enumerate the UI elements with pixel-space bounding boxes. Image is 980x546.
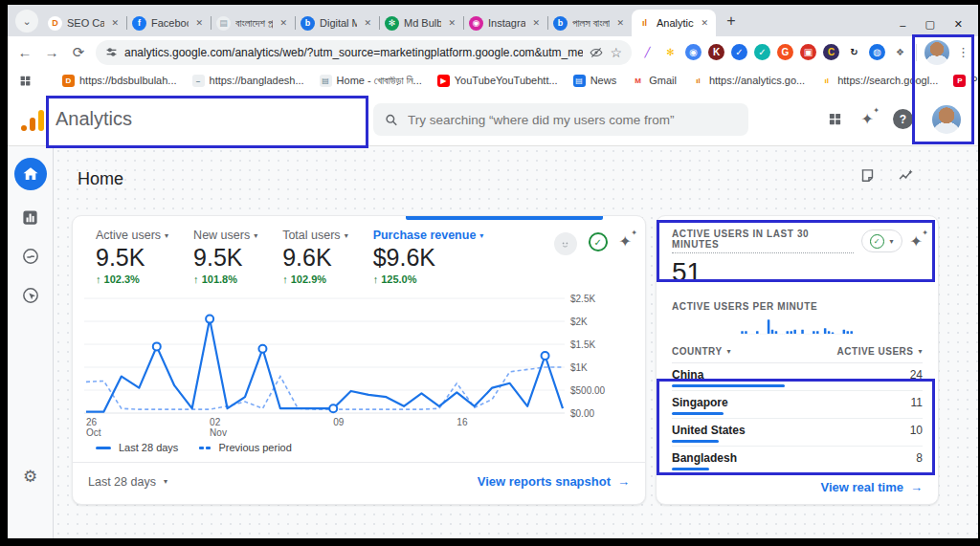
card-ai-sparkle-icon[interactable]: ✦✦ — [619, 232, 632, 251]
data-quality-check-icon[interactable]: ✓ — [589, 232, 608, 251]
eye-off-icon[interactable] — [590, 46, 603, 59]
metric-tab-new-users[interactable]: New users▾9.5K↑ 101.8% — [193, 229, 257, 285]
browser-tab[interactable]: DSEO Case St✕ — [42, 10, 126, 36]
bookmark-item[interactable]: –https://bangladesh... — [192, 75, 304, 87]
bookmark-item[interactable]: ılhttps://analytics.go... — [692, 75, 805, 87]
gear-icon: ⚙ — [23, 467, 37, 487]
country-row[interactable]: China24 — [672, 363, 923, 391]
red-extension-icon[interactable]: ▣ — [800, 44, 816, 60]
country-row[interactable]: Singapore11 — [672, 391, 923, 419]
benchmarking-face-icon[interactable] — [554, 232, 577, 255]
bookmark-label: Home - খোবাউড়া নি... — [337, 75, 422, 87]
browser-tab[interactable]: ▤বাংলাদেশ প্র✕ — [211, 10, 295, 36]
browser-tab[interactable]: ◉Instagram✕ — [463, 10, 547, 36]
blue-dot-extension-icon[interactable]: ◉ — [685, 44, 702, 60]
url-text[interactable]: analytics.google.com/analytics/web/?utm_… — [124, 46, 583, 59]
country-users-value: 8 — [916, 451, 923, 465]
ga-home-content: Home Active users▾9.5K↑ 102.3%New users▾… — [54, 146, 978, 538]
ga-apps-grid-icon[interactable] — [828, 112, 842, 126]
tab-close-icon[interactable]: ✕ — [109, 16, 121, 30]
browser-tabs: DSEO Case St✕fFacebook✕▤বাংলাদেশ প্র✕bDi… — [42, 5, 716, 36]
loop-extension-icon[interactable]: ↻ — [846, 44, 862, 60]
puzzle-extension-icon[interactable]: ❖ — [892, 44, 908, 60]
sidebar-item-advertising[interactable] — [18, 283, 43, 308]
apps-grid-icon[interactable] — [19, 75, 32, 87]
minimize-button[interactable]: – — [900, 19, 905, 31]
c-extension-icon[interactable]: C — [823, 44, 839, 60]
close-button[interactable]: ✕ — [954, 18, 963, 31]
tab-close-icon[interactable]: ✕ — [614, 16, 626, 30]
view-real-time-link[interactable]: View real time→ — [821, 480, 923, 494]
bookmark-star-icon[interactable]: ☆ — [610, 45, 622, 60]
browser-tab-strip: ⌄ DSEO Case St✕fFacebook✕▤বাংলাদেশ প্র✕b… — [8, 5, 978, 36]
ga-search-input[interactable] — [408, 113, 737, 127]
realtime-ai-sparkle-icon[interactable]: ✦✦ — [910, 232, 923, 251]
tab-close-icon[interactable]: ✕ — [699, 16, 710, 30]
country-column-header[interactable]: COUNTRY▾ — [672, 346, 731, 357]
ga-search-bar[interactable] — [373, 103, 748, 136]
metric-label: New users▾ — [193, 229, 257, 242]
browser-tab[interactable]: bDigital Mark✕ — [295, 10, 379, 36]
tab-search-chevron-icon[interactable]: ⌄ — [15, 10, 38, 33]
country-row[interactable]: Bangladesh8 — [672, 447, 923, 474]
metric-tab-total-users[interactable]: Total users▾9.6K↑ 102.9% — [282, 229, 347, 285]
metric-label: Purchase revenue▾ — [373, 229, 484, 242]
country-row[interactable]: United States10 — [672, 419, 923, 447]
ai-sparkle-icon[interactable]: ✦✦ — [861, 110, 874, 128]
tab-close-icon[interactable]: ✕ — [446, 16, 457, 30]
bookmark-favicon-icon: D — [62, 75, 75, 87]
browser-tab[interactable]: bপালস বাংলা✕ — [547, 10, 632, 36]
notes-icon[interactable] — [859, 167, 876, 187]
svg-text:$1K: $1K — [570, 362, 588, 373]
help-icon[interactable]: ? — [893, 109, 913, 129]
browser-menu-icon[interactable]: ⋮ — [957, 45, 970, 59]
browser-tab[interactable]: fFacebook✕ — [126, 10, 211, 36]
metric-tab-purchase-revenue[interactable]: Purchase revenue▾$9.6K↑ 125.0% — [373, 229, 484, 285]
metric-tab-active-users[interactable]: Active users▾9.5K↑ 102.3% — [96, 229, 168, 285]
browser-tab[interactable]: ✻Md Bulbul |✕ — [379, 10, 463, 36]
sidebar-item-admin[interactable]: ⚙ — [18, 464, 43, 489]
browser-profile-avatar[interactable] — [924, 40, 949, 65]
globe-extension-icon[interactable]: ◍ — [869, 44, 885, 60]
sidebar-item-home[interactable] — [14, 158, 47, 190]
bookmark-item[interactable]: ▤Home - খোবাউড়া নি... — [320, 75, 422, 87]
pen-extension-icon[interactable]: ╱ — [639, 44, 656, 60]
back-button[interactable]: ← — [15, 44, 34, 60]
view-reports-snapshot-link[interactable]: View reports snapshot→ — [478, 474, 630, 489]
date-range-selector[interactable]: Last 28 days▾ — [88, 475, 167, 489]
active-users-column-header[interactable]: ACTIVE USERS▾ — [837, 346, 923, 357]
bookmark-item[interactable]: PPinterest — [953, 75, 978, 87]
realtime-status-pill[interactable]: ✓ ▾ — [861, 229, 902, 252]
tab-close-icon[interactable]: ✕ — [362, 16, 373, 30]
address-bar[interactable]: analytics.google.com/analytics/web/?utm_… — [96, 40, 632, 65]
tab-close-icon[interactable]: ✕ — [530, 16, 542, 30]
metric-value: $9.6K — [373, 244, 484, 272]
flower-extension-icon[interactable]: ✻ — [662, 44, 679, 60]
bookmark-item[interactable]: ılhttps://search.googl... — [820, 75, 938, 87]
arrow-right-icon: → — [910, 480, 923, 494]
blue-check-extension-icon[interactable]: ✓ — [731, 44, 747, 60]
tab-close-icon[interactable]: ✕ — [193, 16, 205, 30]
g-extension-icon[interactable]: G — [777, 44, 793, 60]
forward-button[interactable]: → — [42, 44, 61, 60]
bookmark-item[interactable]: Dhttps://bdsbulbulah... — [62, 75, 177, 87]
k-extension-icon[interactable]: K — [708, 44, 724, 60]
tab-close-icon[interactable]: ✕ — [278, 16, 289, 30]
sidebar-item-reports[interactable] — [18, 205, 43, 229]
blogger-favicon-icon: b — [301, 16, 315, 31]
site-info-icon[interactable] — [105, 46, 118, 58]
maximize-button[interactable]: ▢ — [924, 18, 934, 31]
browser-tab[interactable]: ılAnalytics | H✕ — [632, 10, 716, 36]
bookmark-item[interactable]: ▶YouTubeYouTubehtt... — [437, 75, 558, 87]
metric-label: Total users▾ — [282, 229, 347, 242]
bookmark-item[interactable]: ▤News — [573, 75, 617, 87]
bookmark-item[interactable]: MGmail — [632, 75, 677, 87]
ga-profile-avatar[interactable] — [932, 105, 961, 134]
reload-button[interactable]: ⟳ — [69, 44, 88, 61]
bookmark-favicon-icon: ıl — [820, 75, 833, 87]
teal-check-extension-icon[interactable]: ✓ — [754, 44, 770, 60]
blogger-favicon-icon: b — [553, 16, 568, 31]
sidebar-item-explore[interactable] — [18, 244, 43, 269]
new-tab-button[interactable]: + — [720, 10, 743, 33]
insights-trend-icon[interactable] — [897, 167, 915, 187]
